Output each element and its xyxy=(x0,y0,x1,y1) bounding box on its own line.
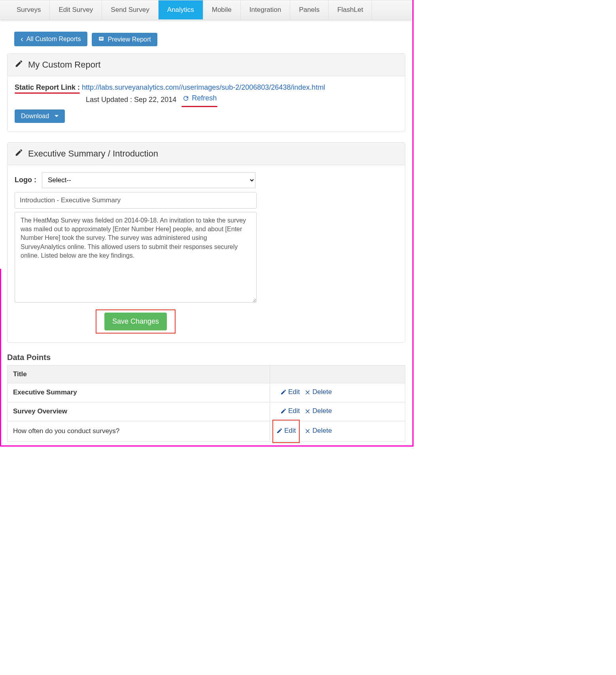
table-row: How often do you conduct surveys?EditDel… xyxy=(8,421,405,441)
nav-tab-surveys[interactable]: Surveys xyxy=(8,0,49,19)
logo-select[interactable]: Select-- xyxy=(42,172,255,188)
download-label: Download xyxy=(21,113,49,120)
last-updated-row: Last Updated : Sep 22, 2014 Refresh xyxy=(86,94,398,104)
executive-summary-panel: Executive Summary / Introduction Logo : … xyxy=(7,142,405,343)
nav-tab-panels[interactable]: Panels xyxy=(290,0,328,19)
all-custom-reports-label: All Custom Reports xyxy=(26,36,81,43)
save-changes-button[interactable]: Save Changes xyxy=(104,313,167,330)
edit-link[interactable]: Edit xyxy=(280,407,300,415)
save-changes-label: Save Changes xyxy=(112,317,159,326)
preview-icon xyxy=(98,36,104,43)
refresh-link[interactable]: Refresh xyxy=(182,94,217,102)
intro-body-textarea[interactable]: The HeatMap Survey was fielded on 2014-0… xyxy=(15,212,257,303)
last-updated-value: Sep 22, 2014 xyxy=(134,96,176,104)
nav-tab-integration[interactable]: Integration xyxy=(241,0,290,19)
static-link-row: Static Report Link : http://labs.surveya… xyxy=(15,83,398,92)
svg-rect-2 xyxy=(100,39,103,39)
preview-report-label: Preview Report xyxy=(108,36,151,43)
logo-label: Logo : xyxy=(15,176,36,184)
refresh-icon xyxy=(182,95,189,102)
my-custom-report-heading: My Custom Report xyxy=(8,54,405,76)
last-updated-label: Last Updated : xyxy=(86,96,134,104)
data-points-title: Data Points xyxy=(7,353,405,362)
edit-icon xyxy=(15,59,23,70)
exec-panel-title: Executive Summary / Introduction xyxy=(28,149,158,159)
nav-tab-flashlet[interactable]: FlashLet xyxy=(329,0,372,19)
executive-summary-heading: Executive Summary / Introduction xyxy=(8,143,405,165)
main-nav: SurveysEdit SurveySend SurveyAnalyticsMo… xyxy=(0,0,412,20)
preview-report-button[interactable]: Preview Report xyxy=(92,33,157,46)
delete-link[interactable]: Delete xyxy=(304,427,332,435)
refresh-label: Refresh xyxy=(192,94,217,102)
table-row: Executive SummaryEditDelete xyxy=(8,383,405,402)
static-report-link[interactable]: http://labs.surveyanalytics.com//userima… xyxy=(82,83,325,91)
svg-rect-1 xyxy=(100,38,103,38)
static-link-label: Static Report Link : xyxy=(15,83,80,91)
row-title: Survey Overview xyxy=(8,402,270,421)
row-actions: EditDelete xyxy=(270,402,405,421)
row-actions: EditDelete xyxy=(270,421,405,441)
save-highlight-box: Save Changes xyxy=(96,309,176,334)
data-points-table: Title Executive SummaryEditDeleteSurvey … xyxy=(7,365,405,442)
edit-highlight-box: Edit xyxy=(272,420,300,443)
table-row: Survey OverviewEditDelete xyxy=(8,402,405,421)
chevron-left-icon xyxy=(21,35,23,43)
toolbar: All Custom Reports Preview Report xyxy=(0,20,412,53)
table-header-title: Title xyxy=(8,365,270,383)
caret-down-icon xyxy=(55,115,59,117)
row-title: How often do you conduct surveys? xyxy=(8,421,270,441)
nav-tab-edit-survey[interactable]: Edit Survey xyxy=(50,0,102,19)
my-custom-report-panel: My Custom Report Static Report Link : ht… xyxy=(7,53,405,132)
all-custom-reports-button[interactable]: All Custom Reports xyxy=(14,32,87,46)
edit-link[interactable]: Edit xyxy=(280,388,300,396)
edit-link[interactable]: Edit xyxy=(276,427,296,435)
table-header-actions xyxy=(270,365,405,383)
delete-link[interactable]: Delete xyxy=(304,407,332,415)
nav-tab-mobile[interactable]: Mobile xyxy=(203,0,240,19)
edit-icon xyxy=(15,148,23,159)
row-actions: EditDelete xyxy=(270,383,405,402)
panel-title: My Custom Report xyxy=(28,60,100,70)
intro-title-input[interactable] xyxy=(15,192,257,209)
download-button[interactable]: Download xyxy=(15,109,65,123)
delete-link[interactable]: Delete xyxy=(304,388,332,396)
nav-tab-send-survey[interactable]: Send Survey xyxy=(102,0,158,19)
nav-tab-analytics[interactable]: Analytics xyxy=(159,0,203,19)
row-title: Executive Summary xyxy=(8,383,270,402)
